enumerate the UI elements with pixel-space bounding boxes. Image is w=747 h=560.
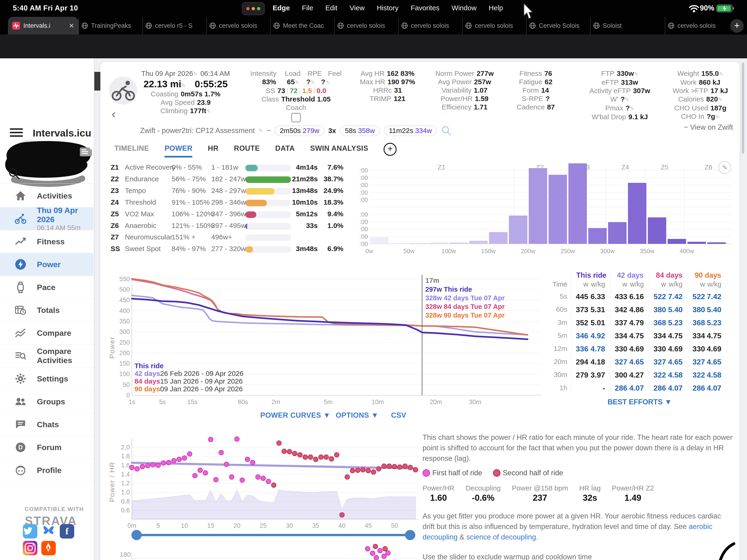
browser-tab-label: Intervals.i xyxy=(23,22,50,29)
menu-favorites[interactable]: Favorites xyxy=(411,4,439,12)
browser-tab[interactable]: Soloist xyxy=(590,17,654,34)
scrollbar[interactable] xyxy=(742,62,744,154)
tab-route[interactable]: ROUTE xyxy=(234,144,260,153)
best-efforts-button[interactable]: BEST EFFORTS ▼ xyxy=(604,398,675,406)
zone-time: 3m48s xyxy=(292,245,318,253)
power-curves-button[interactable]: POWER CURVES ▼ xyxy=(260,411,331,420)
edit-icon[interactable]: ✎ xyxy=(718,97,722,103)
twitter-icon[interactable] xyxy=(23,524,37,538)
edit-icon[interactable]: ✎ xyxy=(206,108,211,114)
sidebar-item-groups[interactable]: Groups xyxy=(0,390,93,413)
workout-step-pill[interactable]: 58s358w xyxy=(340,125,380,136)
decoupling-link[interactable]: science of decoupling xyxy=(466,533,536,541)
menu-edge[interactable]: Edge xyxy=(273,4,290,12)
browser-tab[interactable]: cervelo solois xyxy=(665,17,729,34)
browser-tab[interactable]: cervelo r5 - S xyxy=(143,17,206,34)
sidebar-item-settings[interactable]: Settings xyxy=(0,367,93,390)
edit-icon[interactable]: ✎ xyxy=(181,82,186,88)
svg-text:100: 100 xyxy=(119,371,130,377)
edit-icon[interactable]: ✎ xyxy=(310,79,315,85)
range-slider-track[interactable] xyxy=(136,534,410,536)
zone-name: Anaerobic xyxy=(125,222,156,230)
svg-text:45: 45 xyxy=(365,522,371,529)
collapse-chevron[interactable]: ‹ xyxy=(111,107,115,121)
view-on-zwift-link[interactable]: ~ View on Zwift xyxy=(670,123,733,132)
step-duration: 58s xyxy=(345,127,356,135)
workout-search-icon[interactable] xyxy=(441,125,452,136)
workout-step-pill[interactable]: 2m50s279w xyxy=(275,125,325,136)
workout-step-pill[interactable]: 11m22s334w xyxy=(384,125,437,136)
sidebar-item-compare[interactable]: Compare xyxy=(0,322,93,345)
globe-icon xyxy=(145,22,152,29)
browser-tab-active[interactable]: Intervals.i✕ xyxy=(8,17,78,34)
edit-icon[interactable]: ✎ xyxy=(630,105,634,111)
sidebar-item-chats[interactable]: Chats xyxy=(0,413,93,436)
tab-power[interactable]: POWER xyxy=(164,144,192,158)
tab-data[interactable]: DATA xyxy=(275,144,295,153)
options-button[interactable]: OPTIONS ▼ xyxy=(336,411,379,420)
svg-text:450: 450 xyxy=(119,297,130,303)
csv-button[interactable]: CSV xyxy=(391,411,406,420)
tab-hr[interactable]: HR xyxy=(208,144,218,153)
sidebar-item-label: Chats xyxy=(37,420,59,429)
slider-handle-left[interactable] xyxy=(131,530,142,540)
sidebar-item-compare-activities[interactable]: Compare Activities xyxy=(0,344,93,368)
zone-bar xyxy=(246,211,291,218)
effort-value: 4.75 xyxy=(696,331,721,340)
effort-value: 4.07 xyxy=(696,384,721,393)
sidebar-item-fitness[interactable]: Fitness xyxy=(0,230,93,253)
table-sub-header: w/kg xyxy=(623,281,644,288)
menu-view[interactable]: View xyxy=(350,4,364,12)
bluesky-icon[interactable] xyxy=(41,524,56,538)
table-col-header: 42 days xyxy=(612,271,649,279)
window-controls[interactable] xyxy=(242,2,265,15)
sidebar-item-thu-09-apr-2026[interactable]: Thu 09 Apr 202606:14 AM 55m xyxy=(0,207,93,230)
tab-timeline[interactable]: TIMELINE xyxy=(114,144,149,153)
new-tab-button[interactable]: + xyxy=(730,19,744,33)
coach-checkbox[interactable] xyxy=(291,113,301,122)
menu-help[interactable]: Help xyxy=(489,4,503,12)
edit-icon[interactable]: ✎ xyxy=(715,114,720,120)
tableic-icon xyxy=(15,304,27,316)
sidebar-item-activities[interactable]: Activities xyxy=(0,184,93,208)
facebook-icon[interactable]: f xyxy=(60,524,74,538)
browser-tab[interactable]: cervelo solois xyxy=(206,17,270,34)
browser-tab[interactable]: cervelo solois xyxy=(334,17,398,34)
browser-tab[interactable]: Meet the Coac xyxy=(270,17,334,34)
edit-icon[interactable]: ✎ xyxy=(258,128,263,134)
strava-icon[interactable] xyxy=(41,541,56,555)
menu-history[interactable]: History xyxy=(377,4,398,12)
stat-line: Weight155.0✎ xyxy=(640,70,747,78)
sidebar-item-totals[interactable]: Totals xyxy=(0,299,93,322)
edit-icon[interactable]: ✎ xyxy=(294,79,299,85)
stat-text: SS xyxy=(266,87,275,95)
tab-swin-analysis[interactable]: SWIN ANALYSIS xyxy=(310,144,368,153)
sidebar-item-profile[interactable]: Profile xyxy=(0,459,93,482)
browser-tab[interactable]: cervelo solois xyxy=(398,17,462,34)
edit-icon[interactable]: ✎ xyxy=(719,71,723,77)
browser-tab[interactable]: cervelo solois xyxy=(462,17,526,34)
edit-icon[interactable]: ✎ xyxy=(634,71,638,77)
effort-value: 4.07 xyxy=(657,384,682,393)
zones-table: Z1Active Recovery0% - 55%1 - 181w4m14s7.… xyxy=(107,163,345,257)
effort-value: 5.31 xyxy=(579,305,605,314)
sidebar-item-pace[interactable]: Pace xyxy=(0,276,93,299)
sidebar-menu-icon[interactable] xyxy=(10,128,23,139)
svg-text:15s: 15s xyxy=(187,399,198,405)
browser-tab[interactable]: TrainingPeaks xyxy=(78,17,143,34)
slider-handle-right[interactable] xyxy=(405,530,415,540)
svg-text:400w: 400w xyxy=(679,247,694,255)
add-tab-button[interactable]: + xyxy=(384,143,396,156)
sidebar-item-forum[interactable]: DForum xyxy=(0,436,93,459)
instagram-icon[interactable] xyxy=(23,541,37,555)
svg-text:D: D xyxy=(19,444,23,451)
tab-close-icon[interactable]: ✕ xyxy=(69,22,74,30)
menu-edit[interactable]: Edit xyxy=(326,4,338,12)
menu-file[interactable]: File xyxy=(302,4,313,12)
stat-text: 0m57s 1.7% xyxy=(181,90,221,98)
edit-icon[interactable]: ✎ xyxy=(625,97,629,103)
edit-icon[interactable]: ✎ xyxy=(193,71,198,77)
effort-value: 4.86 xyxy=(618,305,644,314)
menu-window[interactable]: Window xyxy=(452,4,477,12)
sidebar-item-power[interactable]: Power xyxy=(0,253,93,276)
